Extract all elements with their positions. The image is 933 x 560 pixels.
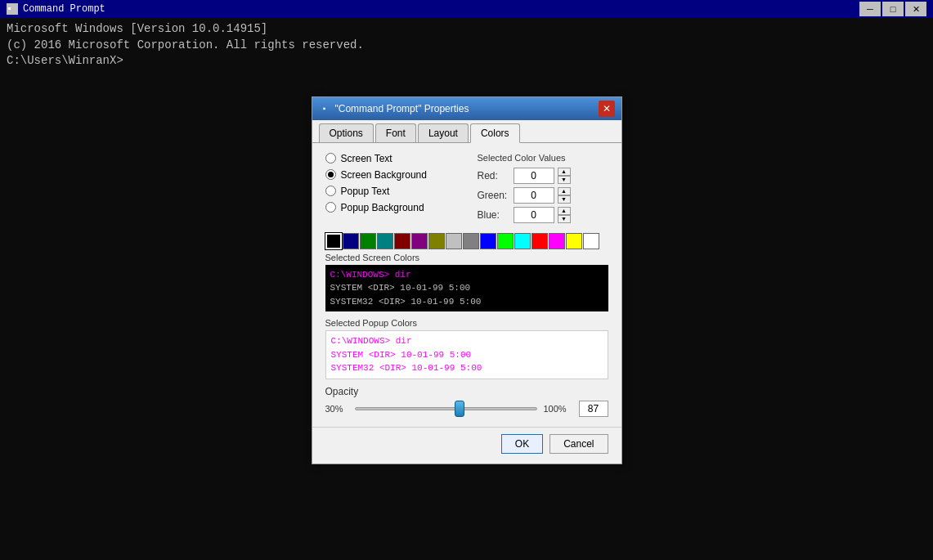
color-swatch-14[interactable] [566,233,582,249]
radio-label-screen-text: Screen Text [341,153,392,164]
blue-spinner: ▲ ▼ [558,207,571,223]
blue-decrement[interactable]: ▼ [558,215,571,223]
popup-preview-line1: C:\WINDOWS> dir [331,334,603,348]
red-decrement[interactable]: ▼ [558,176,571,184]
blue-increment[interactable]: ▲ [558,207,571,215]
tab-options[interactable]: Options [319,123,374,142]
color-swatch-0[interactable] [325,233,342,249]
tab-layout[interactable]: Layout [418,123,469,142]
red-increment[interactable]: ▲ [558,168,571,176]
red-spinner: ▲ ▼ [558,168,571,184]
opacity-label: Opacity [325,386,608,397]
color-swatch-1[interactable] [343,233,359,249]
dialog-overlay: ▪ "Command Prompt" Properties ✕ Options … [0,0,933,560]
radio-screen-text[interactable]: Screen Text [325,153,473,164]
color-swatch-5[interactable] [411,233,428,249]
color-swatch-3[interactable] [377,233,393,249]
radio-label-screen-background: Screen Background [341,169,427,181]
radio-label-popup-background: Popup Background [341,202,424,213]
opacity-row: 30% 100% [325,401,608,417]
color-values-title: Selected Color Values [478,153,608,163]
color-swatch-8[interactable] [463,233,479,249]
cancel-button[interactable]: Cancel [549,434,608,454]
color-swatch-6[interactable] [428,233,445,249]
opacity-slider-thumb[interactable] [455,401,464,417]
green-spinner: ▲ ▼ [558,187,571,204]
dialog-titlebar: ▪ "Command Prompt" Properties ✕ [312,97,621,120]
screen-preview-line1: C:\WINDOWS> dir [330,268,603,282]
color-values-section: Selected Color Values Red: ▲ ▼ Green: [478,153,608,226]
radio-btn-screen-text[interactable] [325,153,336,164]
opacity-max: 100% [544,404,572,414]
radio-popup-text[interactable]: Popup Text [325,186,473,197]
popup-colors-label: Selected Popup Colors [325,318,608,328]
opacity-section: Opacity 30% 100% [325,386,608,417]
opacity-min: 30% [325,404,348,414]
blue-input[interactable] [514,207,554,223]
green-increment[interactable]: ▲ [558,187,571,195]
screen-preview-line2: SYSTEM <DIR> 10-01-99 5:00 [330,281,603,295]
color-swatch-11[interactable] [514,233,531,249]
red-value-row: Red: ▲ ▼ [478,168,608,184]
opacity-slider-track [355,407,537,410]
dialog-close-button[interactable]: ✕ [599,101,615,117]
color-swatch-15[interactable] [583,233,599,249]
radio-btn-popup-background[interactable] [325,202,336,213]
screen-colors-label: Selected Screen Colors [325,253,608,262]
dialog-body: Screen Text Screen Background Popup Text… [312,143,621,427]
screen-preview: C:\WINDOWS> dir SYSTEM <DIR> 10-01-99 5:… [325,265,608,312]
blue-value-row: Blue: ▲ ▼ [478,207,608,223]
radio-btn-screen-background[interactable] [325,169,336,180]
properties-dialog: ▪ "Command Prompt" Properties ✕ Options … [312,96,622,464]
radio-btn-popup-text[interactable] [325,186,336,196]
red-input[interactable] [514,168,554,184]
popup-preview: C:\WINDOWS> dir SYSTEM <DIR> 10-01-99 5:… [325,330,608,379]
color-swatch-4[interactable] [394,233,410,249]
color-swatch-12[interactable] [532,233,548,249]
color-swatch-7[interactable] [446,233,462,249]
opacity-value-input[interactable] [579,401,608,417]
radio-section: Screen Text Screen Background Popup Text… [325,153,473,218]
green-input[interactable] [514,187,554,204]
popup-preview-line3: SYSTEM32 <DIR> 10-01-99 5:00 [331,361,603,375]
top-section: Screen Text Screen Background Popup Text… [325,153,608,226]
green-value-row: Green: ▲ ▼ [478,187,608,204]
radio-label-popup-text: Popup Text [341,186,390,197]
dialog-title: "Command Prompt" Properties [335,103,594,114]
ok-button[interactable]: OK [501,434,543,454]
red-label: Red: [478,170,510,181]
tabs-row: Options Font Layout Colors [312,120,621,143]
tab-colors[interactable]: Colors [470,123,520,143]
color-swatches [325,233,608,249]
color-swatch-10[interactable] [497,233,514,249]
opacity-slider-container[interactable] [355,401,537,417]
dialog-buttons: OK Cancel [312,427,621,464]
radio-screen-background[interactable]: Screen Background [325,169,473,181]
color-swatch-9[interactable] [480,233,496,249]
screen-preview-line3: SYSTEM32 <DIR> 10-01-99 5:00 [330,295,603,309]
tab-font[interactable]: Font [375,123,416,142]
color-swatch-2[interactable] [360,233,376,249]
green-label: Green: [478,190,510,201]
radio-popup-background[interactable]: Popup Background [325,202,473,213]
dialog-icon: ▪ [319,103,330,114]
color-swatch-13[interactable] [549,233,565,249]
popup-preview-line2: SYSTEM <DIR> 10-01-99 5:00 [331,348,603,362]
blue-label: Blue: [478,209,510,221]
green-decrement[interactable]: ▼ [558,195,571,204]
